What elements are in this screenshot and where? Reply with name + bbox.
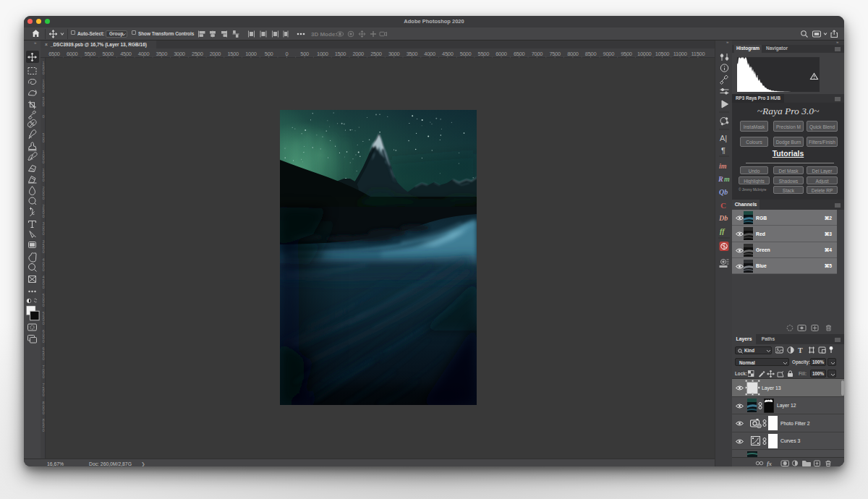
svg-text:A|: A| <box>720 134 727 142</box>
svg-text:Qb: Qb <box>719 188 728 196</box>
svg-text:C: C <box>720 201 726 210</box>
svg-text:T: T <box>798 346 803 354</box>
svg-text:»: » <box>34 40 37 45</box>
svg-text:¶: ¶ <box>721 146 726 155</box>
svg-text:Db: Db <box>718 214 728 222</box>
svg-text:ff: ff <box>720 227 726 235</box>
svg-text:m: m <box>724 175 730 183</box>
svg-text:fx: fx <box>767 460 773 466</box>
svg-text:R: R <box>718 175 723 183</box>
svg-text:3D Mode:: 3D Mode: <box>311 31 337 38</box>
svg-text:im: im <box>719 162 727 170</box>
